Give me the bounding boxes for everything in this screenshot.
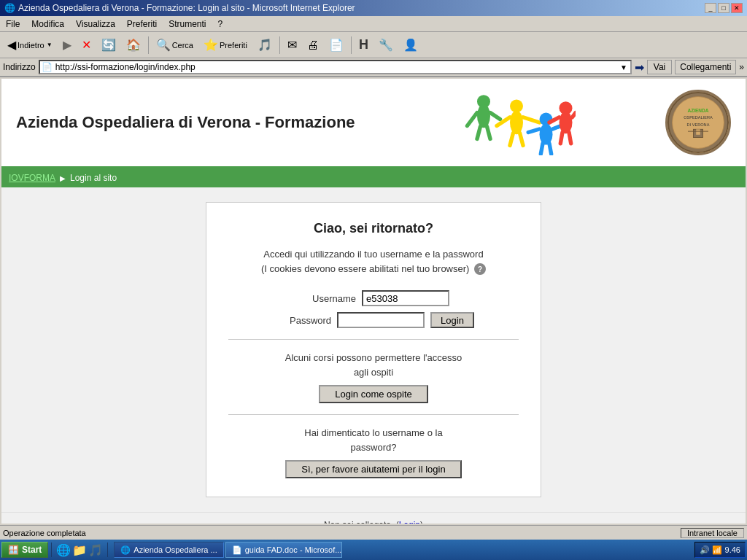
- password-input[interactable]: [337, 312, 425, 328]
- address-label: Indirizzo: [3, 62, 36, 72]
- msn-button[interactable]: H: [355, 35, 373, 55]
- favorites-button[interactable]: ⭐ Preferiti: [199, 35, 252, 55]
- forgot-desc-line1: Hai dimenticato lo username o la: [304, 427, 442, 438]
- print-button[interactable]: 🖨: [303, 35, 323, 55]
- guest-section: Alcuni corsi possono permettere l'access…: [228, 351, 519, 403]
- go-button[interactable]: Vai: [647, 60, 672, 74]
- search-icon: 🔍: [156, 38, 171, 52]
- help-icon[interactable]: ?: [474, 263, 486, 275]
- footer-text-prefix: Non sei collegato. (: [324, 520, 399, 524]
- search-button[interactable]: 🔍 Cerca: [152, 35, 198, 55]
- svg-line-22: [561, 133, 563, 144]
- title-bar-left: 🌐 Azienda Ospedaliera di Verona - Formaz…: [4, 3, 355, 13]
- menu-visualizza[interactable]: Visualizza: [73, 18, 118, 30]
- svg-line-21: [573, 113, 576, 117]
- svg-point-13: [540, 124, 553, 145]
- svg-line-4: [477, 126, 481, 139]
- svg-line-23: [569, 133, 571, 144]
- edit-button[interactable]: 📄: [325, 35, 348, 55]
- forgot-button[interactable]: Sì, per favore aiutatemi per il login: [285, 460, 461, 478]
- login-desc-line2: (I cookies devono essere abilitati nel t…: [261, 263, 469, 274]
- media-button[interactable]: 🎵: [253, 35, 276, 55]
- menu-preferiti[interactable]: Preferiti: [124, 18, 160, 30]
- refresh-icon: 🔄: [101, 38, 116, 52]
- breadcrumb-current: Login al sito: [70, 173, 117, 183]
- login-button[interactable]: Login: [430, 312, 474, 328]
- close-button[interactable]: ✕: [731, 3, 743, 13]
- title-bar-controls: _ □ ✕: [705, 3, 743, 13]
- forgot-section: Hai dimenticato lo username o la passwor…: [228, 426, 519, 478]
- links-button[interactable]: Collegamenti: [675, 60, 736, 74]
- divider-1: [228, 339, 519, 340]
- minimize-button[interactable]: _: [705, 3, 716, 13]
- star-icon: ⭐: [204, 38, 218, 52]
- browser-icon: 🌐: [4, 3, 15, 13]
- print-icon: 🖨: [307, 39, 319, 52]
- edit-icon: 📄: [329, 38, 344, 52]
- svg-line-2: [468, 113, 478, 126]
- guest-login-button[interactable]: Login come ospite: [319, 385, 428, 403]
- menu-help[interactable]: ?: [215, 18, 226, 30]
- go-arrow-icon[interactable]: ➡: [635, 61, 644, 74]
- login-title: Ciao, sei ritornato?: [228, 221, 519, 236]
- svg-text:OSPEDALIERA: OSPEDALIERA: [684, 115, 713, 120]
- menu-file[interactable]: File: [3, 18, 23, 30]
- windows-update-icon: 🔧: [379, 38, 393, 52]
- page-footer: Non sei collegato. (Login): [1, 512, 746, 524]
- login-description: Accedi qui utilizzando il tuo username e…: [228, 247, 519, 276]
- menu-strumenti[interactable]: Strumenti: [166, 18, 209, 30]
- browser-content: Azienda Ospedaliera di Verona - Formazio…: [1, 79, 746, 524]
- svg-line-5: [487, 126, 491, 139]
- search-label: Cerca: [172, 41, 193, 50]
- forward-icon: ▶: [63, 38, 71, 52]
- forward-button[interactable]: ▶: [58, 35, 76, 55]
- media-icon: 🎵: [258, 38, 272, 52]
- windows-update-button[interactable]: 🔧: [374, 35, 398, 55]
- home-icon: 🏠: [126, 38, 141, 52]
- footer-text-suffix: ): [420, 520, 423, 524]
- links-expand-icon[interactable]: »: [739, 62, 744, 72]
- refresh-button[interactable]: 🔄: [97, 35, 120, 55]
- guest-desc-line1: Alcuni corsi possono permettere l'access…: [285, 352, 462, 363]
- favorites-label: Preferiti: [220, 41, 247, 50]
- messenger-button[interactable]: 👤: [399, 35, 422, 55]
- msn-icon: H: [359, 37, 368, 52]
- back-button[interactable]: ◀ Indietro ▼: [3, 35, 57, 55]
- login-desc-line1: Accedi qui utilizzando il tuo username e…: [263, 249, 483, 260]
- page-icon: 📄: [42, 62, 53, 72]
- page-header: Azienda Ospedaliera di Verona - Formazio…: [1, 79, 746, 168]
- username-label: Username: [298, 293, 356, 304]
- username-input[interactable]: [362, 290, 449, 306]
- toolbar-sep-2: [279, 36, 280, 54]
- svg-line-10: [510, 133, 514, 145]
- stop-button[interactable]: ✕: [77, 35, 96, 55]
- menu-modifica[interactable]: Modifica: [28, 18, 67, 30]
- address-dropdown-icon[interactable]: ▼: [619, 63, 629, 71]
- main-content: Ciao, sei ritornato? Accedi qui utilizza…: [1, 187, 746, 512]
- breadcrumb-home-link[interactable]: IOVFORMA: [9, 173, 55, 183]
- hospital-logo: AZIENDA OSPEDALIERA DI VERONA: [665, 90, 731, 155]
- address-url[interactable]: http://ssi-formazione/login/index.php: [55, 62, 616, 72]
- password-row: Password Login: [228, 312, 519, 328]
- home-button[interactable]: 🏠: [122, 35, 145, 55]
- maximize-button[interactable]: □: [718, 3, 729, 13]
- address-input-wrap: 📄 http://ssi-formazione/login/index.php …: [39, 60, 632, 74]
- svg-point-19: [560, 112, 573, 134]
- footer-login-link[interactable]: Login: [399, 520, 420, 524]
- address-bar: Indirizzo 📄 http://ssi-formazione/login/…: [0, 58, 747, 77]
- back-label: Indietro: [18, 41, 44, 50]
- page-title: Azienda Ospedaliera di Verona - Formazio…: [16, 113, 355, 132]
- guest-desc-line2: agli ospiti: [354, 367, 393, 378]
- username-row: Username: [228, 290, 519, 306]
- svg-text:AZIENDA: AZIENDA: [688, 108, 709, 113]
- svg-line-9: [523, 117, 540, 122]
- menu-bar: File Modifica Visualizza Preferiti Strum…: [0, 16, 747, 32]
- svg-point-1: [477, 104, 490, 128]
- stop-icon: ✕: [82, 38, 91, 52]
- mail-button[interactable]: ✉: [283, 35, 301, 55]
- window-title: Azienda Ospedaliera di Verona - Formazio…: [18, 3, 355, 13]
- mail-icon: ✉: [287, 38, 297, 52]
- header-figures: [444, 90, 576, 155]
- toolbar: ◀ Indietro ▼ ▶ ✕ 🔄 🏠 🔍 Cerca ⭐ Preferiti…: [0, 32, 747, 58]
- toolbar-sep-1: [148, 36, 149, 54]
